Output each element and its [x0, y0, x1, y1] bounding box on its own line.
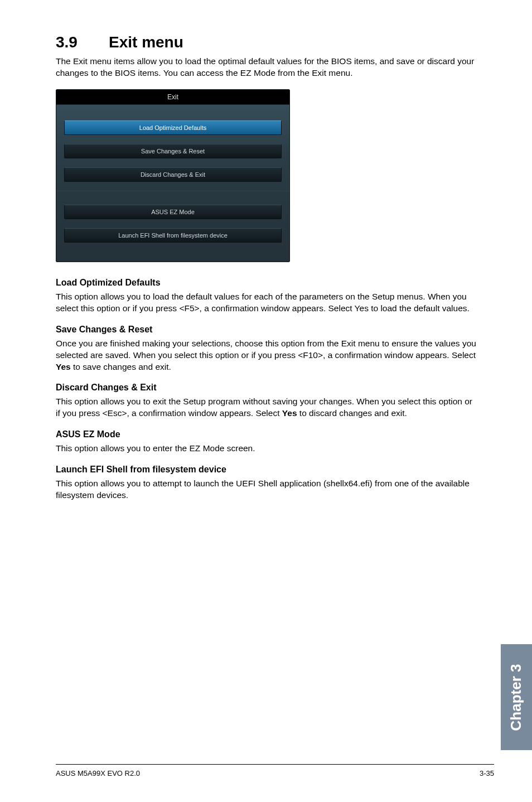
subheading-discard-changes-exit: Discard Changes & Exit: [56, 383, 476, 393]
subheading-launch-efi-shell: Launch EFI Shell from filesystem device: [56, 465, 476, 475]
text-yes: Yes: [282, 408, 297, 418]
page-footer: ASUS M5A99X EVO R2.0 3-35: [56, 764, 494, 777]
menu-discard-changes-exit[interactable]: Discard Changes & Exit: [64, 167, 282, 182]
menu-asus-ez-mode[interactable]: ASUS EZ Mode: [64, 205, 282, 219]
text-run: to discard changes and exit.: [297, 408, 407, 418]
text-yes: Yes: [56, 362, 71, 371]
subheading-save-changes-reset: Save Changes & Reset: [56, 325, 476, 335]
para-discard-changes-exit: This option allows you to exit the Setup…: [56, 396, 476, 419]
text-run: to save changes and exit.: [71, 362, 171, 371]
text-run: Once you are finished making your select…: [56, 339, 476, 360]
subheading-load-optimized-defaults: Load Optimized Defaults: [56, 278, 476, 288]
chapter-tab: Chapter 3: [501, 644, 532, 750]
para-asus-ez-mode: This option allows you to enter the EZ M…: [56, 443, 476, 455]
chapter-tab-label: Chapter 3: [508, 664, 525, 731]
exit-dialog: Exit Load Optimized Defaults Save Change…: [56, 89, 290, 262]
section-heading: 3.9Exit menu: [56, 33, 476, 51]
section-number: 3.9: [56, 33, 109, 51]
para-save-changes-reset: Once you are finished making your select…: [56, 338, 476, 373]
subheading-asus-ez-mode: ASUS EZ Mode: [56, 429, 476, 439]
footer-left: ASUS M5A99X EVO R2.0: [56, 769, 140, 777]
section-title: Exit menu: [109, 33, 183, 51]
para-load-optimized-defaults: This option allows you to load the defau…: [56, 291, 476, 315]
text-run: This option allows you to exit the Setup…: [56, 397, 472, 418]
dialog-title: Exit: [56, 90, 289, 105]
para-launch-efi-shell: This option allows you to attempt to lau…: [56, 478, 476, 501]
menu-save-changes-reset[interactable]: Save Changes & Reset: [64, 144, 282, 158]
footer-right: 3-35: [480, 769, 494, 777]
intro-paragraph: The Exit menu items allow you to load th…: [56, 56, 476, 79]
menu-load-optimized-defaults[interactable]: Load Optimized Defaults: [64, 120, 282, 135]
menu-launch-efi-shell[interactable]: Launch EFI Shell from filesystem device: [64, 228, 282, 243]
